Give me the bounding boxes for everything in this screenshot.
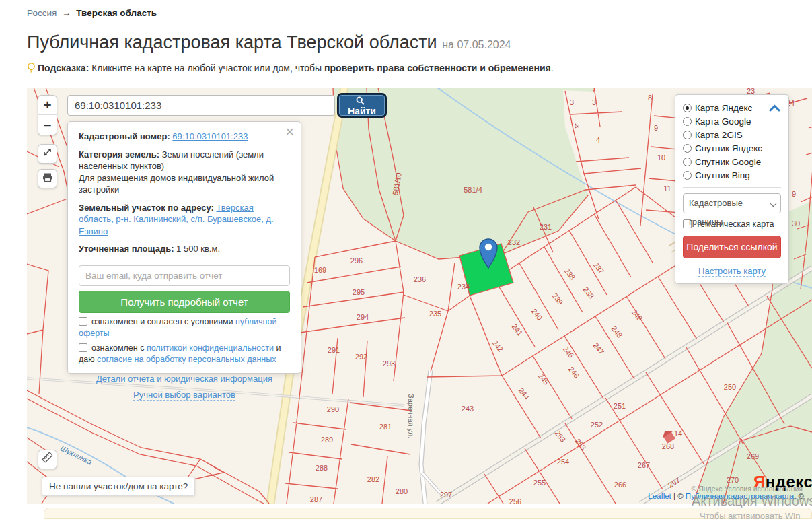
breadcrumb-link-russia[interactable]: Россия <box>27 8 57 18</box>
print-button[interactable] <box>38 169 57 188</box>
parcel-label: 251 <box>614 402 626 410</box>
parcel-label: 267 <box>638 461 650 469</box>
parcel-label: 270 <box>727 476 739 484</box>
parcel-label: 4 <box>596 136 600 144</box>
parcel-label: 266 <box>614 481 626 489</box>
radio-icon[interactable] <box>683 171 692 180</box>
parcel-label: 243 <box>462 405 474 413</box>
parcel-label: 281 <box>379 423 392 431</box>
zoom-out-button[interactable]: − <box>38 115 57 135</box>
map-date: на 07.05.2024 <box>442 39 511 50</box>
parcel-label: 30 <box>792 219 800 228</box>
area-row: Уточненная площадь: 1 500 кв.м. <box>79 243 290 255</box>
parcel-label: 295 <box>353 288 365 296</box>
offer-checkbox[interactable] <box>79 317 87 326</box>
layer-option[interactable]: Карта Яндекс <box>683 101 781 114</box>
ruler-icon <box>42 452 53 463</box>
manual-select-link[interactable]: Ручной выбор вариантов <box>133 390 235 401</box>
layer-options: Карта ЯндексКарта GoogleКарта 2GISСпутни… <box>683 101 781 182</box>
boundaries-select[interactable]: Кадастровые границы <box>683 193 781 213</box>
layer-option-label: Спутник Google <box>695 157 761 167</box>
parcel-label: 3 <box>570 98 574 106</box>
parcel-label: 8 <box>648 94 652 102</box>
layer-option-label: Спутник Яндекс <box>695 143 762 153</box>
parcel-label: 289 <box>321 436 333 444</box>
fullscreen-icon <box>42 147 52 158</box>
layer-option[interactable]: Карта 2GIS <box>683 128 781 141</box>
parcel-label: 292 <box>355 353 367 361</box>
land-category-row: Категория земель: Земли поселений (земли… <box>79 149 290 196</box>
radio-icon[interactable] <box>683 131 692 139</box>
cadastral-number-link[interactable]: 69:10:0310101:233 <box>172 131 248 141</box>
parcel-label: 235 <box>429 310 441 318</box>
cadastral-number-row: Кадастровый номер: 69:10:0310101:233 <box>79 131 290 143</box>
search-bar: Найти <box>67 95 335 116</box>
parcel-label: 287 <box>310 495 322 504</box>
parcel-label: 282 <box>367 475 379 483</box>
map-pin-icon <box>478 237 499 269</box>
windows-activation-watermark-line2: Чтобы активировать Win <box>700 511 800 519</box>
parcel-label: 231 <box>540 223 552 231</box>
page: Россия → Тверская область Публичная када… <box>0 0 812 519</box>
street-label: Заречная ул. <box>407 394 415 438</box>
parcel-label: 10 <box>657 153 665 162</box>
radio-icon[interactable] <box>683 104 692 112</box>
parcel-label: 294 <box>357 313 369 321</box>
layer-option[interactable]: Спутник Google <box>683 155 781 168</box>
close-icon[interactable]: × <box>285 125 294 139</box>
parcel-label: 14 <box>674 429 682 438</box>
search-button[interactable]: Найти <box>338 94 385 116</box>
parcel-label: 256 <box>509 497 521 504</box>
configure-map-link[interactable]: Настроить карту <box>698 266 766 277</box>
parcel-label: 581/4 <box>464 186 482 194</box>
radio-icon[interactable] <box>683 158 692 166</box>
radio-icon[interactable] <box>683 144 692 153</box>
parcel-label: 254 <box>557 458 569 466</box>
breadcrumb-arrow-icon: → <box>62 8 71 18</box>
parcel-label: 269 <box>747 452 759 460</box>
chevron-down-icon <box>770 199 777 207</box>
parcel-label: 293 <box>383 359 395 368</box>
breadcrumb-current: Тверская область <box>76 8 157 18</box>
privacy-checkbox[interactable] <box>79 343 87 352</box>
zoom-control: + − <box>38 95 57 135</box>
search-input[interactable] <box>67 95 335 116</box>
leaflet-link[interactable]: Leaflet <box>648 492 671 500</box>
parcel-label: 255 <box>533 479 546 487</box>
measure-button[interactable] <box>38 450 57 469</box>
layer-option-label: Карта 2GIS <box>695 130 743 140</box>
radio-icon[interactable] <box>683 117 692 126</box>
layers-panel: Карта ЯндексКарта GoogleКарта 2GISСпутни… <box>675 94 789 284</box>
collapse-chevron-icon[interactable] <box>769 104 780 112</box>
parcel-info-popup: × Кадастровый номер: 69:10:0310101:233 К… <box>67 121 301 374</box>
map-canvas[interactable]: 581/10581/416929633448910112324930231232… <box>27 88 812 504</box>
email-field[interactable] <box>79 265 290 286</box>
breadcrumb: Россия → Тверская область <box>27 8 157 18</box>
layer-option-label: Карта Яндекс <box>695 103 752 113</box>
privacy-link[interactable]: политикой конфиденциальности <box>147 343 274 353</box>
report-details-link[interactable]: Детали отчета и юридическая информация <box>96 374 272 384</box>
layer-option[interactable]: Карта Google <box>683 114 781 128</box>
popup-links: Детали отчета и юридическая информация Р… <box>79 373 290 401</box>
zoom-in-button[interactable]: + <box>38 96 57 115</box>
layer-option-label: Карта Google <box>695 116 751 127</box>
address-row: Земельный участок по адресу: Тверская об… <box>79 202 290 238</box>
parcel-label: 297 <box>440 491 452 499</box>
bulb-icon <box>27 63 36 73</box>
hint-line: Подсказка: Кликните на карте на любой уч… <box>27 63 554 73</box>
layer-option[interactable]: Спутник Bing <box>683 168 781 182</box>
parcel-label: 232 <box>508 238 520 246</box>
not-found-tooltip: Не нашли участок/дом на карте? <box>42 477 195 496</box>
parcel-label: 268 <box>662 442 674 450</box>
fullscreen-button[interactable] <box>38 144 57 164</box>
share-link-button[interactable]: Поделиться ссылкой <box>683 236 781 258</box>
next-section-strip <box>44 508 812 519</box>
windows-activation-watermark: Активация Windows <box>692 493 812 509</box>
parcel-label: 169 <box>314 266 326 274</box>
print-icon <box>42 172 53 182</box>
layer-option[interactable]: Спутник Яндекс <box>683 141 781 155</box>
get-report-button[interactable]: Получить подробный отчет <box>79 291 290 313</box>
parcel-label: 9 <box>654 124 658 132</box>
personal-data-link[interactable]: согласие на обработку персональных данны… <box>97 355 276 364</box>
agree-privacy-row: ознакомлен с политикой конфиденциальност… <box>79 343 290 366</box>
